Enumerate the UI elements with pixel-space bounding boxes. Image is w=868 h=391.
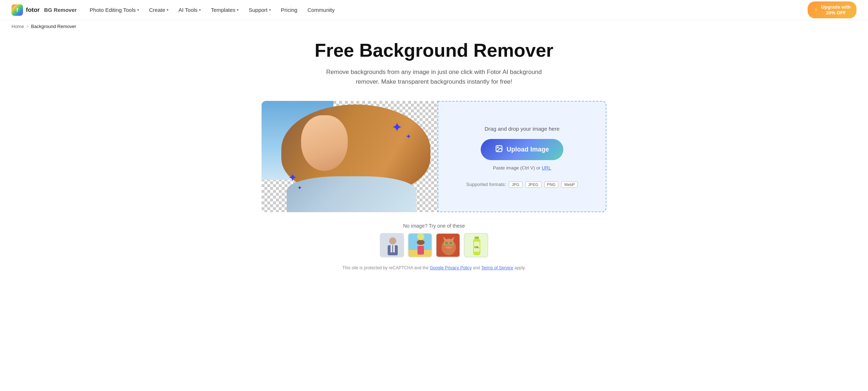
chevron-down-icon: ▾ <box>167 8 168 12</box>
brand-name: fotor <box>26 6 40 14</box>
woman-shirt <box>287 176 416 212</box>
demo-image-wrap: ✦ ✦ ✦ ✦ <box>262 101 438 212</box>
lightning-icon: ⚡ <box>813 7 819 13</box>
upload-button-label: Upload Image <box>507 146 549 153</box>
main-content: ✦ ✦ ✦ ✦ Drag and drop your image here Up… <box>254 101 614 212</box>
sample-image-man[interactable] <box>380 233 404 257</box>
samples-section: No image? Try one of these <box>0 219 868 263</box>
sample-image-cat[interactable] <box>436 233 460 257</box>
footer-note: This site is protected by reCAPTCHA and … <box>0 263 868 278</box>
formats-label: Supported formats: <box>466 182 506 187</box>
demo-image: ✦ ✦ ✦ ✦ <box>262 101 438 212</box>
hero-subtitle: Remove backgrounds from any image in jus… <box>326 67 542 87</box>
nav-link-support[interactable]: Support ▾ <box>244 4 275 16</box>
nav-link-community[interactable]: Community <box>303 4 339 16</box>
nav-link-ai-tools[interactable]: AI Tools ▾ <box>174 4 205 16</box>
url-link[interactable]: URL <box>542 165 551 171</box>
samples-label: No image? Try one of these <box>0 223 868 229</box>
chevron-down-icon: ▾ <box>237 8 239 12</box>
nav-link-create[interactable]: Create ▾ <box>145 4 173 16</box>
svg-point-18 <box>445 242 448 245</box>
upgrade-button[interactable]: ⚡ Upgrade with20% OFF <box>808 1 857 18</box>
navbar: f fotor BG Remover Photo Editing Tools ▾… <box>0 0 868 20</box>
hero-section: Free Background Remover Remove backgroun… <box>0 33 868 101</box>
sample-image-woman-beach[interactable] <box>408 233 432 257</box>
chevron-down-icon: ▾ <box>269 8 271 12</box>
woman-face <box>301 115 348 171</box>
fotor-logo-icon: f <box>11 4 23 16</box>
svg-point-1 <box>497 147 498 148</box>
format-webp: WebP <box>561 181 578 188</box>
nav-link-photo-editing[interactable]: Photo Editing Tools ▾ <box>86 4 143 16</box>
drop-text: Drag and drop your image here <box>485 126 559 132</box>
samples-row: OIL <box>0 233 868 257</box>
svg-point-19 <box>449 242 452 245</box>
svg-rect-11 <box>417 246 424 255</box>
format-png: PNG <box>544 181 559 188</box>
svg-point-10 <box>417 240 425 245</box>
nav-link-pricing[interactable]: Pricing <box>277 4 302 16</box>
svg-text:OIL: OIL <box>474 246 479 249</box>
privacy-policy-link[interactable]: Google Privacy Policy <box>430 265 472 270</box>
breadcrumb: Home > Background Remover <box>0 20 868 33</box>
sparkle-icon-xsmall: ✦ <box>297 185 302 191</box>
terms-of-service-link[interactable]: Terms of Service <box>481 265 513 270</box>
sparkle-icon-small: ✦ <box>406 133 411 140</box>
breadcrumb-separator: > <box>26 24 29 29</box>
nav-link-templates[interactable]: Templates ▾ <box>207 4 243 16</box>
nav-logo[interactable]: f fotor <box>11 4 40 16</box>
format-jpg: JPG <box>509 181 522 188</box>
svg-point-3 <box>389 237 396 245</box>
upload-icon <box>495 145 503 154</box>
page-title: Free Background Remover <box>7 40 861 61</box>
nav-links: Photo Editing Tools ▾ Create ▾ AI Tools … <box>86 4 808 16</box>
product-name: BG Remover <box>44 7 77 13</box>
breadcrumb-home[interactable]: Home <box>11 24 24 29</box>
breadcrumb-current: Background Remover <box>31 24 76 29</box>
sample-image-bottle[interactable]: OIL <box>464 233 488 257</box>
chevron-down-icon: ▾ <box>199 8 201 12</box>
sparkle-icon-medium: ✦ <box>288 172 296 183</box>
upload-panel: Drag and drop your image here Upload Ima… <box>438 101 606 212</box>
paste-text: Paste image (Ctrl V) or URL <box>493 165 551 171</box>
chevron-down-icon: ▾ <box>137 8 139 12</box>
upload-image-button[interactable]: Upload Image <box>481 139 563 160</box>
svg-rect-21 <box>475 237 479 239</box>
formats-row: Supported formats: JPG JPEG PNG WebP <box>466 181 578 188</box>
format-jpeg: JPEG <box>525 181 541 188</box>
sparkle-icon-large: ✦ <box>392 121 402 134</box>
